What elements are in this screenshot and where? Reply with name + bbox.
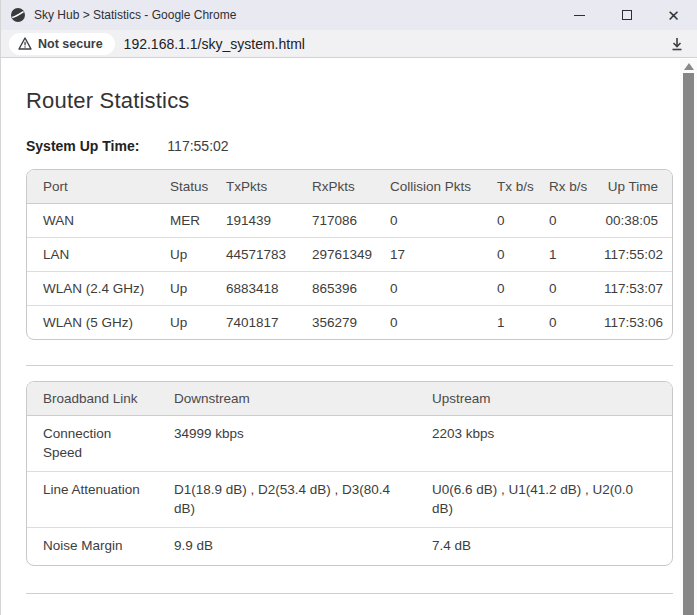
section-divider xyxy=(26,593,673,594)
table-cell: U0(6.6 dB) , U1(41.2 dB) , U2(0.0 dB) xyxy=(432,471,673,527)
section-divider xyxy=(26,365,673,366)
column-header: Upstream xyxy=(432,382,673,415)
table-cell: 356279 xyxy=(312,305,390,339)
table-cell: LAN xyxy=(27,237,170,271)
table-row: WANMER19143971708600000:38:05 xyxy=(27,203,673,237)
not-secure-chip[interactable]: Not secure xyxy=(9,33,115,55)
port-statistics-table: PortStatusTxPktsRxPktsCollision PktsTx b… xyxy=(26,169,673,340)
table-cell: Up xyxy=(170,237,226,271)
table-row: LANUp44571783297613491701117:55:02 xyxy=(27,237,673,271)
table-cell: 117:53:07 xyxy=(604,271,673,305)
page-title: Router Statistics xyxy=(26,88,672,114)
scroll-up-arrow-icon[interactable] xyxy=(684,63,694,70)
table-cell: 117:53:06 xyxy=(604,305,673,339)
download-icon xyxy=(669,36,685,52)
table-cell: 7.4 dB xyxy=(432,527,673,565)
table-cell: Connection Speed xyxy=(27,415,174,471)
broadband-link-table: Broadband LinkDownstreamUpstream Connect… xyxy=(26,381,673,566)
table-cell: Up xyxy=(170,271,226,305)
system-uptime-value: 117:55:02 xyxy=(167,138,228,154)
table-cell: 6883418 xyxy=(226,271,312,305)
table-cell: Noise Margin xyxy=(27,527,174,565)
maximize-button[interactable] xyxy=(603,0,650,30)
close-icon: ✕ xyxy=(667,8,680,23)
table-cell: 0 xyxy=(549,271,604,305)
page-content: Router Statistics System Up Time: 117:55… xyxy=(1,59,680,615)
vertical-scrollbar[interactable] xyxy=(680,59,697,615)
column-header: TxPkts xyxy=(226,170,312,203)
table-cell: 29761349 xyxy=(312,237,390,271)
column-header: Downstream xyxy=(174,382,432,415)
minimize-button[interactable] xyxy=(556,0,603,30)
table-cell: 865396 xyxy=(312,271,390,305)
table-cell: 1 xyxy=(497,305,549,339)
table-cell: 0 xyxy=(549,305,604,339)
column-header: Port xyxy=(27,170,170,203)
table-cell: WLAN (5 GHz) xyxy=(27,305,170,339)
table-row: Connection Speed34999 kbps2203 kbps xyxy=(27,415,673,471)
close-button[interactable]: ✕ xyxy=(650,0,697,30)
column-header: Collision Pkts xyxy=(390,170,497,203)
table-cell: 44571783 xyxy=(226,237,312,271)
table-row: WLAN (5 GHz)Up7401817356279010117:53:06 xyxy=(27,305,673,339)
security-status-label: Not secure xyxy=(38,37,103,51)
table-cell: Line Attenuation xyxy=(27,471,174,527)
table-row: Noise Margin9.9 dB7.4 dB xyxy=(27,527,673,565)
table-cell: 34999 kbps xyxy=(174,415,432,471)
table-cell: 0 xyxy=(497,203,549,237)
maximize-icon xyxy=(622,10,632,20)
column-header: Rx b/s xyxy=(549,170,604,203)
warning-triangle-icon xyxy=(18,37,32,50)
scrollbar-thumb[interactable] xyxy=(683,73,694,615)
download-button[interactable] xyxy=(665,32,689,56)
table-cell: 0 xyxy=(497,237,549,271)
table-cell: 9.9 dB xyxy=(174,527,432,565)
window-titlebar[interactable]: Sky Hub > Statistics - Google Chrome ✕ xyxy=(1,0,697,30)
table-row: Line AttenuationD1(18.9 dB) , D2(53.4 dB… xyxy=(27,471,673,527)
table-cell: 00:38:05 xyxy=(604,203,673,237)
table-cell: 117:55:02 xyxy=(604,237,673,271)
column-header: Up Time xyxy=(604,170,673,203)
table-cell: 191439 xyxy=(226,203,312,237)
column-header: Status xyxy=(170,170,226,203)
table-cell: 7401817 xyxy=(226,305,312,339)
table-cell: 0 xyxy=(390,271,497,305)
table-cell: 1 xyxy=(549,237,604,271)
system-uptime-row: System Up Time: 117:55:02 xyxy=(26,138,672,154)
table-cell: 0 xyxy=(390,203,497,237)
table-cell: WAN xyxy=(27,203,170,237)
table-cell: 0 xyxy=(390,305,497,339)
table-cell: 2203 kbps xyxy=(432,415,673,471)
window-title: Sky Hub > Statistics - Google Chrome xyxy=(34,8,556,22)
table-cell: 717086 xyxy=(312,203,390,237)
broadband-table-header-row: Broadband LinkDownstreamUpstream xyxy=(27,382,673,415)
table-row: WLAN (2.4 GHz)Up6883418865396000117:53:0… xyxy=(27,271,673,305)
minimize-icon xyxy=(574,15,585,16)
table-cell: D1(18.9 dB) , D2(53.4 dB) , D3(80.4 dB) xyxy=(174,471,432,527)
table-cell: 0 xyxy=(549,203,604,237)
column-header: RxPkts xyxy=(312,170,390,203)
system-uptime-label: System Up Time: xyxy=(26,138,139,154)
url-field[interactable]: 192.168.1.1/sky_system.html xyxy=(124,36,665,52)
column-header: Tx b/s xyxy=(497,170,549,203)
table-cell: Up xyxy=(170,305,226,339)
globe-icon xyxy=(10,7,26,23)
table-cell: WLAN (2.4 GHz) xyxy=(27,271,170,305)
column-header: Broadband Link xyxy=(27,382,174,415)
table-cell: 17 xyxy=(390,237,497,271)
table-cell: MER xyxy=(170,203,226,237)
port-table-header-row: PortStatusTxPktsRxPktsCollision PktsTx b… xyxy=(27,170,673,203)
table-cell: 0 xyxy=(497,271,549,305)
address-bar: Not secure 192.168.1.1/sky_system.html xyxy=(1,30,697,58)
